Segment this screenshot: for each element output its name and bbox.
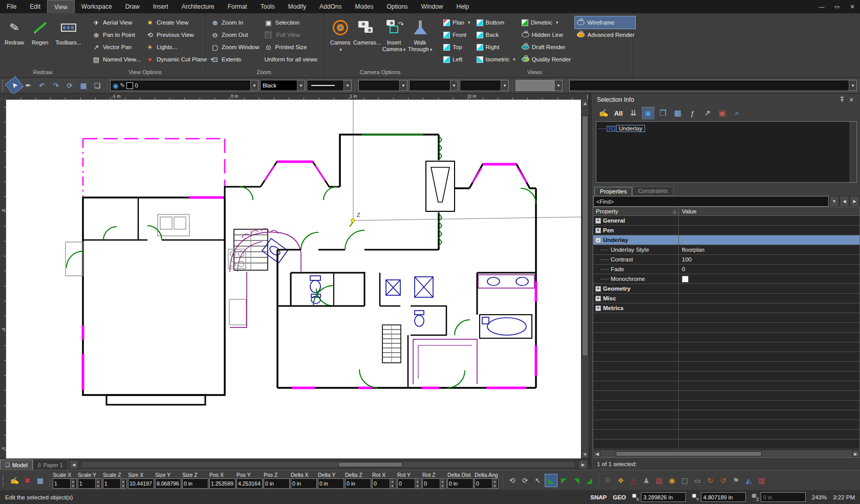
menu-edit[interactable]: Edit [23,0,47,13]
horizontal-scroll-thumb[interactable] [338,462,402,467]
pick-point-tool-icon[interactable]: ✒ [22,79,34,92]
scale-x-spinner[interactable]: ▲▼ [70,479,75,488]
aperture-icon[interactable]: ◉ [666,474,678,487]
y-coordinate-field[interactable]: 4.807189 in [701,492,746,502]
insert-camera-button[interactable]: ↷ Insert Camera▾ [381,16,406,52]
quality-render-item[interactable]: Quality Render [520,53,573,65]
expander-icon[interactable]: + [595,218,601,224]
menu-addons[interactable]: AddOns [313,0,348,13]
value-underlay[interactable] [679,235,859,245]
rot-x-spinner[interactable]: ▲▼ [390,479,395,488]
value-column-header[interactable]: Value [679,207,859,215]
rotate-cw-icon[interactable]: ↻ [704,474,716,487]
expander-icon[interactable]: + [595,228,601,233]
canvas-horizontal-scrollbar[interactable] [81,461,576,468]
delta-dist-field[interactable]: 0 in [447,478,474,489]
tab-constraints[interactable]: Constraints [632,186,673,196]
canvas-vertical-scrollbar[interactable]: ▲ ▼ [581,100,589,458]
view-plan-item[interactable]: Plan▾ [441,16,472,29]
delta-z-field[interactable]: 0 in [345,478,371,489]
rot-y-spinner[interactable]: ▲▼ [415,479,420,488]
close-button[interactable]: ✕ [845,0,860,13]
tab-model[interactable]: ❑ Model [0,459,33,470]
named-view-item[interactable]: ▤Named View... [90,53,143,65]
minimize-button[interactable]: — [814,0,829,13]
rotate-ccw-icon[interactable]: ↺ [717,474,729,487]
selection-info-grid-icon[interactable]: ▦ [34,474,46,487]
delta-x-field[interactable]: 0 in [291,478,317,489]
rot-x-field[interactable]: 0▲▼ [372,478,396,489]
table-icon[interactable]: ▦ [672,107,683,119]
size-z-field[interactable]: 0 in [182,478,208,489]
zoom-out-item[interactable]: ⊖Zoom Out [209,29,262,41]
combo-dropdown-icon[interactable]: ▼ [343,80,351,91]
rotate-view-icon[interactable]: ⟲ [506,474,518,487]
redraw-button[interactable]: ✎ Redraw [4,16,25,46]
scale-y-field[interactable]: 1▲▼ [78,478,102,489]
panel-splitter[interactable] [589,94,593,470]
edit-handles-icon[interactable]: ✍ [9,474,20,487]
no-rotate-icon[interactable]: ▧ [756,474,767,487]
tree-scrollbar[interactable] [850,122,856,182]
vector-pan-item[interactable]: ↗Vector Pan [90,41,143,53]
find-next-icon[interactable]: ▶ [850,196,859,207]
select-all-icon[interactable]: All [613,107,624,119]
hatch-combo[interactable]: ▼ [409,80,458,91]
select-mode-fence-icon[interactable]: ◢ [584,474,595,487]
measure-icon[interactable]: ↗ [702,107,713,119]
pos-z-field[interactable]: 0 in [264,478,290,489]
menu-format[interactable]: Format [221,0,254,13]
menu-view[interactable]: View [47,0,75,13]
property-row-contrast[interactable]: Contrast100 [593,255,859,265]
redo-all-ic on[interactable]: ⟳ [63,79,76,92]
scroll-down-icon[interactable]: ▼ [582,451,589,458]
frame-icon[interactable]: ▢ [679,474,691,487]
combo-dropdown-icon[interactable]: ▼ [250,80,258,91]
aerial-view-item[interactable]: ✈Aerial View [90,16,143,29]
value-fade[interactable]: 0 [679,265,859,274]
layers-icon[interactable]: ❏ [91,79,103,92]
selection-handles-icon[interactable]: ▣ [717,107,728,119]
grid-scroll-left-icon[interactable]: ◀ [593,451,601,457]
grid-scroll-thumb[interactable] [616,451,761,456]
view-bottom-item[interactable]: Bottom [475,16,518,29]
redo-icon[interactable]: ↷ [50,79,62,92]
view-left-item[interactable]: Left [441,53,472,65]
view-isometric-item[interactable]: Isometric▾ [475,53,518,65]
pos-x-field[interactable]: 1.253599 [209,478,235,489]
grid-horizontal-scrollbar[interactable]: ◀ ▶ [593,450,860,457]
regen-button[interactable]: Regen [30,16,50,46]
inspector-grip[interactable] [3,475,6,486]
vertical-scroll-thumb[interactable] [582,116,588,356]
menu-architecture[interactable]: Architecture [175,0,221,13]
formula-icon[interactable]: ƒ [687,107,698,119]
scale-z-field[interactable]: 1▲▼ [103,478,127,489]
zoom-extents-item[interactable]: ⊡Extents [209,53,262,65]
plane-icon[interactable]: ▭ [692,474,703,487]
visibility-icon[interactable]: ◉ [642,107,654,119]
cancel-selection-icon[interactable]: ✖ [22,474,33,487]
copy-icon[interactable]: ❐ [657,107,669,119]
select-tool-icon[interactable]: ➤ [6,77,23,94]
find-prev-icon[interactable]: ◀ [840,196,849,207]
value-pen[interactable] [679,226,859,235]
x-coordinate-field[interactable]: 3.289826 in [641,492,686,502]
value-general[interactable] [679,216,859,225]
camera-button[interactable]: Camera▾ [328,16,353,52]
scale-y-spinner[interactable]: ▲▼ [95,479,100,488]
pick-cursor-icon[interactable]: ↖ [532,474,544,487]
menu-window[interactable]: Window [415,0,450,13]
pan-to-point-item[interactable]: ⊕Pan to Point [90,29,143,41]
monochrome-checkbox[interactable] [682,276,689,282]
menu-modify[interactable]: Modify [282,0,313,13]
value-monochrome[interactable] [679,274,859,283]
menu-insert[interactable]: Insert [146,0,175,13]
value-misc[interactable] [679,294,859,303]
view-back-item[interactable]: Back [475,29,518,41]
tab-properties[interactable]: Properties [594,187,632,196]
select-mode-polygon-icon[interactable]: ◥ [571,474,583,487]
category-row-metrics[interactable]: +Metrics [593,303,859,313]
view-top-item[interactable]: Top [441,41,472,53]
line-width-combo[interactable]: ▼ [358,80,407,91]
menu-file[interactable]: File [0,0,23,13]
